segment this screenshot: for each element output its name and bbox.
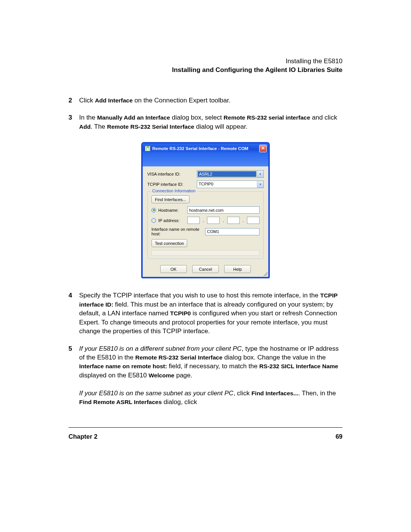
visa-id-value: ASRL2 <box>198 171 256 177</box>
ip-radio[interactable] <box>151 218 156 223</box>
ip-octet-1[interactable] <box>187 217 200 224</box>
chevron-down-icon[interactable]: ▼ <box>257 181 263 188</box>
remote-rs232-dialog: Remote RS-232 Serial Interface - Remote … <box>142 142 269 278</box>
resize-grip-icon[interactable] <box>262 271 268 276</box>
page-number: 69 <box>336 433 342 440</box>
footer-divider <box>68 427 342 428</box>
visa-id-label: VISA interface ID: <box>147 172 197 176</box>
chapter-label: Chapter 2 <box>68 433 97 440</box>
radio-dot-icon <box>153 209 155 211</box>
step-3: 3 In the Manually Add an Interface dialo… <box>68 113 342 131</box>
step-num-5: 5 <box>68 344 79 407</box>
step-num-3: 3 <box>68 113 79 131</box>
tcpip-id-combo[interactable]: TCPIP0 ▼ <box>197 181 264 188</box>
step-num-4: 4 <box>68 291 79 335</box>
app-icon <box>145 146 150 151</box>
header-line2: Installing and Configuring the Agilent I… <box>172 66 342 73</box>
ok-button[interactable]: OK <box>160 265 187 273</box>
iface-remote-field[interactable] <box>205 228 260 235</box>
iface-remote-label: Interface name on remote host: <box>151 227 202 236</box>
status-strip <box>151 250 260 256</box>
step-2: 2 Click Add Interface on the Connection … <box>68 96 342 105</box>
close-icon[interactable]: ✕ <box>259 145 267 152</box>
visa-id-combo[interactable]: ASRL2 ▼ <box>197 170 264 178</box>
ip-octet-3[interactable] <box>227 217 240 224</box>
hostname-radio-label: Hostname: <box>158 208 185 212</box>
connection-info-group: Connection Information Find Interfaces..… <box>147 191 264 259</box>
ip-octet-2[interactable] <box>207 217 220 224</box>
chevron-down-icon[interactable]: ▼ <box>257 171 263 177</box>
window-title: Remote RS-232 Serial Interface - Remote … <box>152 146 259 151</box>
ip-octet-4[interactable] <box>247 217 260 224</box>
help-button[interactable]: Help <box>224 265 251 273</box>
banner-band <box>143 153 268 166</box>
cancel-button[interactable]: Cancel <box>192 265 219 273</box>
group-title: Connection Information <box>151 189 197 193</box>
page-footer: Chapter 2 69 <box>68 433 342 440</box>
page-header: Installing the E5810 Installing and Conf… <box>68 57 342 75</box>
hostname-radio[interactable] <box>151 208 156 212</box>
ip-radio-label: IP address: <box>158 218 185 223</box>
find-interfaces-button[interactable]: Find Interfaces... <box>151 195 190 203</box>
tcpip-id-value: TCPIP0 <box>197 181 257 188</box>
test-connection-button[interactable]: Test connection <box>151 239 187 247</box>
hostname-field[interactable] <box>187 206 260 214</box>
tcpip-id-label: TCPIP interface ID: <box>147 182 197 187</box>
header-line1: Installing the E5810 <box>286 58 342 65</box>
step-4: 4 Specify the TCPIP interface that you w… <box>68 291 342 335</box>
title-bar[interactable]: Remote RS-232 Serial Interface - Remote … <box>143 144 268 153</box>
step-num-2: 2 <box>68 96 79 105</box>
step-5: 5 If your E5810 is on a different subnet… <box>68 344 342 407</box>
